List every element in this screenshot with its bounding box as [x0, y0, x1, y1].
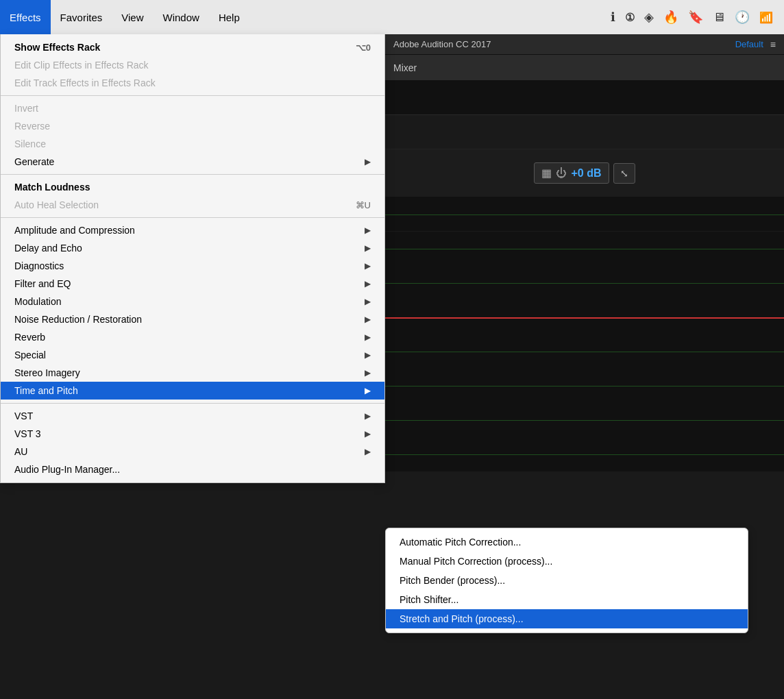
track-row-6	[385, 334, 784, 369]
delay-echo-arrow: ▶	[365, 243, 371, 253]
vst3-arrow: ▶	[365, 429, 371, 439]
audition-menu-icon[interactable]: ≡	[770, 39, 776, 50]
time-and-pitch-arrow: ▶	[365, 386, 371, 395]
invert-label: Invert	[14, 103, 38, 114]
noise-reduction-item[interactable]: Noise Reduction / Restoration ▶	[1, 310, 384, 328]
filter-eq-arrow: ▶	[365, 279, 371, 289]
special-arrow: ▶	[365, 350, 371, 360]
separator-3	[1, 217, 384, 218]
vst-arrow: ▶	[365, 411, 371, 421]
menu-view[interactable]: View	[112, 0, 153, 34]
manual-pitch-correction-item[interactable]: Manual Pitch Correction (process)...	[386, 552, 748, 571]
expand-button[interactable]: ⤡	[613, 163, 635, 184]
diagnostics-label: Diagnostics	[14, 260, 64, 271]
stereo-imagery-label: Stereo Imagery	[14, 367, 80, 378]
audition-titlebar: Adobe Audition CC 2017 Default ≡	[385, 34, 784, 55]
amplitude-compression-item[interactable]: Amplitude and Compression ▶	[1, 221, 384, 239]
track-row-5	[385, 266, 784, 300]
db-value: +0 dB	[571, 167, 601, 180]
stereo-imagery-arrow: ▶	[365, 368, 371, 378]
green-line-2	[385, 249, 784, 249]
noise-reduction-label: Noise Reduction / Restoration	[14, 314, 142, 325]
vst3-item[interactable]: VST 3 ▶	[1, 425, 384, 443]
amplitude-compression-label: Amplitude and Compression	[14, 225, 135, 236]
amplitude-compression-arrow: ▶	[365, 225, 371, 235]
track-row-1	[385, 81, 784, 115]
generate-item[interactable]: Generate ▶	[1, 153, 384, 171]
separator-1	[1, 95, 384, 96]
filter-eq-label: Filter and EQ	[14, 278, 71, 289]
match-loudness-item[interactable]: Match Loudness	[1, 178, 384, 196]
meter-bars-icon: ▦	[541, 167, 552, 180]
separator-2	[1, 174, 384, 175]
track-row-4	[385, 232, 784, 266]
green-line-3	[385, 283, 784, 284]
au-item[interactable]: AU ▶	[1, 443, 384, 461]
edit-clip-effects-item: Edit Clip Effects in Effects Rack	[1, 56, 384, 74]
vst3-label: VST 3	[14, 428, 41, 439]
meter-control[interactable]: ▦ ⏻ +0 dB	[534, 162, 609, 184]
silence-item: Silence	[1, 135, 384, 153]
diagnostics-item[interactable]: Diagnostics ▶	[1, 257, 384, 275]
menu-favorites[interactable]: Favorites	[51, 0, 112, 34]
audition-default-button[interactable]: Default	[735, 39, 763, 49]
track-row-7	[385, 369, 784, 403]
menu-help[interactable]: Help	[209, 0, 249, 34]
reverse-item: Reverse	[1, 117, 384, 135]
dropbox-icon: ◈	[644, 10, 654, 25]
track-row-red	[385, 300, 784, 334]
audition-title: Adobe Audition CC 2017	[393, 39, 735, 49]
green-line-1	[385, 214, 784, 215]
show-effects-rack-item[interactable]: Show Effects Rack ⌥0	[1, 38, 384, 56]
mixer-label: Mixer	[393, 62, 417, 73]
stereo-imagery-item[interactable]: Stereo Imagery ▶	[1, 364, 384, 382]
filter-eq-item[interactable]: Filter and EQ ▶	[1, 275, 384, 293]
pitch-shifter-item[interactable]: Pitch Shifter...	[386, 590, 748, 609]
monitor-icon: 🖥	[713, 10, 725, 25]
auto-heal-label: Auto Heal Selection	[14, 199, 99, 210]
pitch-bender-label: Pitch Bender (process)...	[400, 575, 505, 586]
red-line	[385, 317, 784, 319]
separator-4	[1, 403, 384, 404]
match-loudness-label: Match Loudness	[14, 182, 90, 193]
reverb-item[interactable]: Reverb ▶	[1, 328, 384, 346]
track-row-2	[385, 115, 784, 149]
generate-label: Generate	[14, 156, 54, 167]
audio-plugin-manager-item[interactable]: Audio Plug-In Manager...	[1, 461, 384, 478]
info-icon: ℹ	[611, 10, 615, 25]
show-effects-rack-label: Show Effects Rack	[14, 42, 100, 53]
wifi-icon: 📶	[759, 11, 773, 24]
time-and-pitch-item[interactable]: Time and Pitch ▶	[1, 382, 384, 400]
auto-pitch-correction-item[interactable]: Automatic Pitch Correction...	[386, 532, 748, 552]
bookmark-icon: 🔖	[688, 10, 703, 25]
special-item[interactable]: Special ▶	[1, 346, 384, 364]
green-line-6	[385, 420, 784, 421]
delay-echo-item[interactable]: Delay and Echo ▶	[1, 239, 384, 257]
invert-item: Invert	[1, 99, 384, 117]
stretch-and-pitch-item[interactable]: Stretch and Pitch (process)...	[386, 609, 748, 628]
menu-bar-right: ℹ ① ◈ 🔥 🔖 🖥 🕐 📶	[611, 10, 784, 25]
controls-row: ▦ ⏻ +0 dB ⤡	[385, 149, 784, 197]
track-row-9	[385, 437, 784, 471]
password-icon: ①	[625, 11, 635, 24]
menu-window[interactable]: Window	[154, 0, 209, 34]
time-and-pitch-label: Time and Pitch	[14, 385, 78, 396]
au-arrow: ▶	[365, 447, 371, 456]
generate-arrow: ▶	[365, 157, 371, 167]
pitch-shifter-label: Pitch Shifter...	[400, 594, 458, 605]
vst-item[interactable]: VST ▶	[1, 407, 384, 425]
track-row-8	[385, 403, 784, 437]
edit-track-effects-item: Edit Track Effects in Effects Rack	[1, 74, 384, 92]
manual-pitch-correction-label: Manual Pitch Correction (process)...	[400, 556, 552, 567]
green-line-5	[385, 386, 784, 387]
pitch-bender-item[interactable]: Pitch Bender (process)...	[386, 571, 748, 590]
modulation-item[interactable]: Modulation ▶	[1, 293, 384, 310]
auto-heal-item: Auto Heal Selection ⌘U	[1, 196, 384, 214]
modulation-arrow: ▶	[365, 297, 371, 306]
menu-bar: Effects Favorites View Window Help ℹ ① ◈…	[0, 0, 784, 34]
delay-echo-label: Delay and Echo	[14, 243, 82, 254]
modulation-label: Modulation	[14, 296, 62, 307]
silence-label: Silence	[14, 138, 46, 149]
stretch-and-pitch-label: Stretch and Pitch (process)...	[400, 613, 524, 624]
menu-effects[interactable]: Effects	[0, 0, 51, 34]
